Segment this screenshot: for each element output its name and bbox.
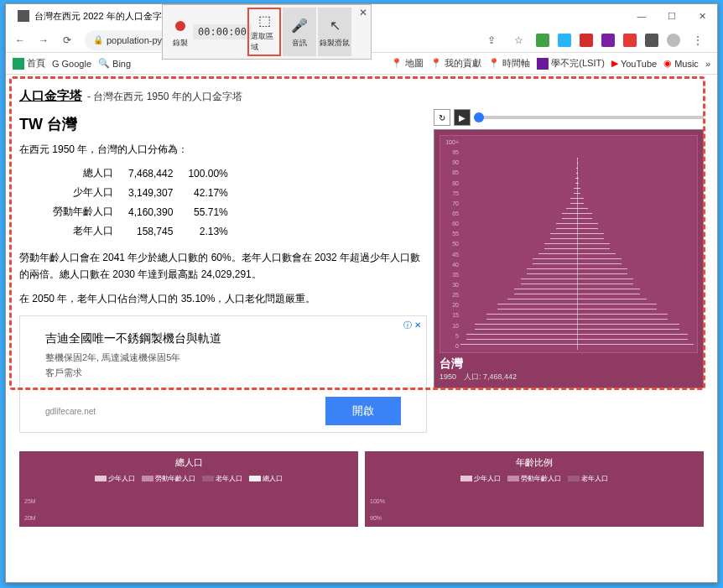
legend-item: 勞動年齡人口 — [507, 474, 561, 483]
reload-button[interactable]: ⟳ — [58, 31, 76, 49]
ext-icon-3[interactable] — [580, 34, 593, 47]
chart2-title: 年齡比例 — [373, 456, 695, 469]
bookmark-music[interactable]: ◉Music — [663, 58, 699, 69]
pyramid-play-button[interactable]: ▶ — [454, 109, 471, 126]
lock-icon: 🔒 — [93, 35, 103, 44]
bookmark-contrib[interactable]: 📍我的貢獻 — [430, 57, 481, 70]
table-row: 總人口7,468,442100.00% — [53, 164, 243, 183]
browser-window: 台灣在西元 2022 年的人口金字… ✕ — ☐ ✕ ← → ⟳ 🔒 popul… — [5, 3, 718, 583]
page-subtitle: - 台灣在西元 1950 年的人口金字塔 — [87, 90, 242, 104]
select-region-button[interactable]: ⬚ 選取區域 — [247, 8, 281, 56]
chart1-title: 總人口 — [28, 456, 350, 469]
population-table: 總人口7,468,442100.00%少年人口3,149,30742.17%勞動… — [53, 164, 243, 241]
microphone-icon: 🎤 — [289, 16, 309, 36]
forward-button[interactable]: → — [34, 31, 53, 49]
ext-icon-4[interactable] — [601, 34, 615, 47]
chart2-legend: 少年人口勞動年齡人口老年人口 — [373, 474, 695, 483]
chart1-legend: 少年人口勞動年齡人口老年人口總人口 — [28, 474, 350, 483]
ext-icon-5[interactable] — [623, 34, 637, 47]
year-slider[interactable] — [474, 116, 704, 119]
minimize-button[interactable]: — — [627, 4, 657, 28]
bookmark-home[interactable]: 首頁 — [13, 57, 45, 70]
record-icon — [175, 21, 185, 31]
profile-avatar[interactable] — [667, 34, 680, 47]
ext-icon-1[interactable] — [536, 34, 549, 47]
ad-title[interactable]: 吉迪全國唯一不銹鋼製機台與軌道 — [45, 331, 401, 346]
pyramid-y-axis: 100+959085807570656055504540353025201510… — [440, 136, 459, 352]
pyramid-panel: 100+959085807570656055504540353025201510… — [434, 129, 704, 388]
cursor-icon: ↖ — [325, 16, 345, 36]
pyramid-region-label: 台灣 — [440, 356, 698, 372]
cursor-record-button[interactable]: ↖ 錄製滑鼠 — [318, 8, 351, 56]
ad-close-button[interactable]: ⓘ ✕ — [403, 320, 421, 331]
bookmark-bing[interactable]: 🔍Bing — [98, 58, 131, 69]
tab-title: 台灣在西元 2022 年的人口金字… — [34, 10, 171, 23]
region-heading: TW 台灣 — [19, 114, 427, 134]
legend-item: 老年人口 — [202, 474, 242, 483]
bookmark-google[interactable]: GGoogle — [52, 59, 91, 69]
pyramid-reload-button[interactable]: ↻ — [434, 109, 450, 126]
menu-icon[interactable]: ⋮ — [689, 31, 707, 49]
page-title[interactable]: 人口金字塔 — [19, 88, 82, 104]
maximize-button[interactable]: ☐ — [657, 4, 687, 28]
record-button[interactable]: 錄製 — [164, 8, 197, 56]
window-close-button[interactable]: ✕ — [687, 4, 717, 28]
ad-open-button[interactable]: 開啟 — [325, 397, 401, 425]
bookmark-timeline[interactable]: 📍時間軸 — [488, 57, 530, 70]
intro-text: 在西元 1950 年，台灣的人口分佈為： — [19, 143, 427, 157]
pyramid-bar — [460, 344, 694, 349]
legend-item: 少年人口 — [460, 474, 501, 483]
share-icon[interactable]: ⇪ — [482, 31, 501, 49]
total-population-chart: 總人口 少年人口勞動年齡人口老年人口總人口 25M 20M — [19, 451, 358, 527]
legend-item: 少年人口 — [95, 474, 135, 483]
record-timer: 00:00:00 — [199, 8, 246, 56]
tab-favicon — [18, 10, 29, 22]
slider-thumb[interactable] — [474, 112, 484, 122]
legend-item: 老年人口 — [568, 474, 608, 483]
legend-item: 總人口 — [249, 474, 283, 483]
audio-button[interactable]: 🎤 音訊 — [283, 8, 316, 56]
ext-icon-2[interactable] — [558, 34, 571, 47]
pyramid-chart: 100+959085807570656055504540353025201510… — [440, 135, 698, 353]
table-row: 少年人口3,149,30742.17% — [53, 183, 243, 202]
page-content: 人口金字塔 - 台灣在西元 1950 年的人口金字塔 TW 台灣 在西元 195… — [6, 76, 717, 582]
paragraph-2: 在 2050 年，老年人口佔台灣人口的 35.10%，人口老化問題嚴重。 — [19, 290, 427, 307]
star-icon[interactable]: ☆ — [509, 31, 528, 49]
bookmark-learn[interactable]: 學不完(LSIT) — [537, 57, 605, 70]
ad-url[interactable]: gdlifecare.net — [45, 407, 96, 416]
legend-item: 勞動年齡人口 — [142, 474, 195, 483]
table-row: 勞動年齡人口4,160,39055.71% — [53, 202, 243, 221]
ext-puzzle-icon[interactable] — [645, 34, 658, 47]
ad-container: ⓘ ✕ 吉迪全國唯一不銹鋼製機台與軌道 整機保固2年, 馬達減速機保固5年 客戶… — [19, 315, 427, 433]
ad-line-2: 客戶需求 — [45, 367, 401, 379]
table-row: 老年人口158,7452.13% — [53, 221, 243, 241]
age-ratio-chart: 年齡比例 少年人口勞動年齡人口老年人口 100% 90% — [365, 451, 704, 527]
url-host: population-py — [107, 35, 162, 45]
recorder-close-button[interactable]: ✕ — [359, 7, 367, 18]
back-button[interactable]: ← — [11, 31, 29, 49]
screen-recorder-toolbar: 錄製 00:00:00 ⬚ 選取區域 🎤 音訊 ↖ 錄製滑鼠 ✕ — [162, 4, 372, 60]
select-region-icon: ⬚ — [254, 11, 274, 29]
paragraph-1: 勞動年齡人口會在 2041 年少於總人口數的 60%。老年人口數會在 2032 … — [19, 249, 427, 284]
pyramid-stat-label: 1950 人口: 7,468,442 — [440, 372, 698, 382]
ad-line-1: 整機保固2年, 馬達減速機保固5年 — [45, 351, 401, 364]
bookmark-youtube[interactable]: ▶YouTube — [611, 58, 657, 69]
bookmark-map[interactable]: 📍地圖 — [391, 57, 424, 70]
bookmark-overflow[interactable]: » — [705, 59, 710, 69]
